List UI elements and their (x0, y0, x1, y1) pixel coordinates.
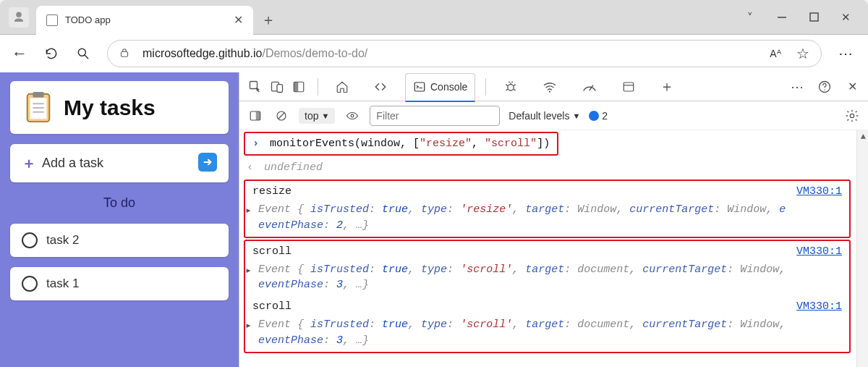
minimize-button[interactable] (775, 11, 788, 24)
console-body[interactable]: ▲ › monitorEvents(window, ["resize", "sc… (239, 130, 868, 367)
tab-welcome[interactable] (328, 72, 356, 101)
toggle-sidebar-button[interactable] (247, 107, 264, 125)
site-info-button[interactable] (118, 46, 131, 62)
browser-tab[interactable]: TODO app ✕ (36, 6, 253, 35)
add-task-label: Add a task (42, 156, 103, 171)
reading-mode-button[interactable]: Aᴬ (767, 46, 783, 62)
devtools-help-button[interactable] (816, 78, 833, 96)
refresh-button[interactable] (43, 46, 59, 62)
person-icon (12, 11, 25, 24)
svg-point-1 (78, 48, 85, 56)
page-heading: My tasks (64, 96, 217, 120)
search-icon (76, 46, 90, 61)
lock-icon (118, 46, 131, 59)
console-command-highlight: › monitorEvents(window, ["resize", "scro… (244, 132, 558, 156)
svg-point-20 (351, 114, 354, 117)
task-item[interactable]: task 2 (10, 224, 229, 257)
url-path: /Demos/demo-to-do/ (262, 47, 367, 60)
clipboard-icon (22, 90, 55, 125)
tab-elements[interactable] (366, 72, 395, 101)
sidebar-icon (249, 109, 262, 122)
return-icon: ‹ (247, 161, 253, 174)
device-toggle-button[interactable] (268, 78, 286, 96)
home-icon (336, 80, 349, 93)
cmd-sep: , (472, 138, 485, 150)
svg-rect-9 (277, 84, 283, 92)
submit-task-button[interactable] (198, 153, 217, 174)
scrollbar-up-icon[interactable]: ▲ (861, 132, 866, 142)
wifi-icon (542, 80, 557, 94)
svg-rect-0 (810, 13, 818, 21)
favorite-button[interactable]: ☆ (795, 46, 811, 62)
code-icon (373, 80, 388, 94)
event-body[interactable]: Event { isTrusted: true, type: 'scroll',… (245, 317, 849, 352)
log-levels-select[interactable]: Default levels ▼ (509, 110, 580, 122)
cmd-arg1: "resize" (420, 138, 472, 150)
event-source-link[interactable]: VM330:1 (796, 245, 842, 258)
devtools-close-button[interactable]: ✕ (843, 78, 861, 96)
more-menu-button[interactable]: ⋯ (838, 46, 854, 62)
tab-close-button[interactable]: ✕ (234, 13, 243, 27)
maximize-button[interactable] (807, 11, 820, 24)
svg-point-14 (549, 90, 550, 92)
inspect-button[interactable] (247, 78, 264, 96)
context-value: top (305, 110, 318, 122)
minimize-icon (777, 12, 787, 22)
svg-rect-5 (33, 92, 43, 98)
tab-application[interactable] (615, 72, 642, 101)
filter-input[interactable] (370, 106, 500, 126)
profile-avatar[interactable] (9, 7, 29, 28)
gear-icon (845, 109, 859, 123)
more-tabs-button[interactable]: ＋ (652, 72, 681, 101)
dock-icon (292, 80, 305, 93)
console-event-highlight: scroll VM330:1 Event { isTrusted: true, … (244, 240, 851, 353)
new-tab-button[interactable]: ＋ (253, 6, 284, 35)
back-button[interactable]: ← (12, 46, 27, 62)
issue-count: 2 (602, 110, 608, 122)
dock-side-button[interactable] (290, 78, 307, 96)
inspect-icon (248, 80, 263, 94)
console-filter-bar: top ▼ Default levels ▼ 2 (239, 101, 868, 130)
event-name: scroll (252, 300, 292, 313)
plus-icon: ＋ (22, 153, 36, 173)
clear-console-button[interactable] (273, 107, 290, 125)
search-button[interactable] (75, 46, 91, 62)
cmd-prefix: monitorEvents(window, [ (270, 138, 420, 150)
tab-performance[interactable] (574, 72, 605, 101)
console-scrollbar[interactable]: ▲ (856, 130, 868, 367)
url-host: microsoftedge.github.io (142, 47, 262, 60)
tab-title: TODO app (65, 14, 226, 25)
demo-page: My tasks ＋ Add a task To do task 2 task … (0, 72, 239, 367)
tab-console[interactable]: Console (405, 73, 475, 102)
task-label: task 2 (46, 233, 79, 248)
devtools-toolbar: Console ＋ ⋯ ✕ (239, 72, 868, 101)
svg-rect-18 (256, 111, 260, 120)
favicon-icon (46, 14, 58, 26)
add-task-label-group: ＋ Add a task (22, 153, 103, 173)
tab-network[interactable] (535, 72, 564, 101)
devtools-more-button[interactable]: ⋯ (788, 78, 806, 96)
event-source-link[interactable]: VM330:1 (796, 185, 842, 198)
tab-sources[interactable] (496, 72, 525, 101)
event-source-link[interactable]: VM330:1 (796, 300, 842, 313)
console-return-line: ‹ undefined (239, 157, 855, 178)
context-select[interactable]: top ▼ (299, 108, 335, 124)
caret-down-icon: ▼ (321, 111, 329, 120)
address-bar[interactable]: microsoftedge.github.io/Demos/demo-to-do… (107, 40, 822, 67)
event-body[interactable]: Event { isTrusted: true, type: 'scroll',… (245, 262, 849, 297)
todo-section-heading: To do (10, 195, 229, 211)
svg-point-21 (850, 114, 854, 117)
console-settings-button[interactable] (843, 107, 861, 125)
event-body[interactable]: Event { isTrusted: true, type: 'resize',… (245, 202, 849, 237)
task-checkbox[interactable] (22, 232, 38, 248)
task-item[interactable]: task 1 (10, 267, 229, 300)
svg-rect-15 (624, 83, 634, 91)
close-window-button[interactable]: ✕ (839, 11, 852, 24)
live-expression-button[interactable] (344, 107, 361, 125)
bug-icon (503, 80, 518, 94)
task-checkbox[interactable] (22, 276, 38, 292)
caret-down-button[interactable]: ˅ (744, 11, 757, 24)
issues-button[interactable]: 2 (589, 110, 608, 122)
add-task-card[interactable]: ＋ Add a task (10, 144, 229, 182)
title-bar: TODO app ✕ ＋ ˅ ✕ (0, 0, 868, 35)
